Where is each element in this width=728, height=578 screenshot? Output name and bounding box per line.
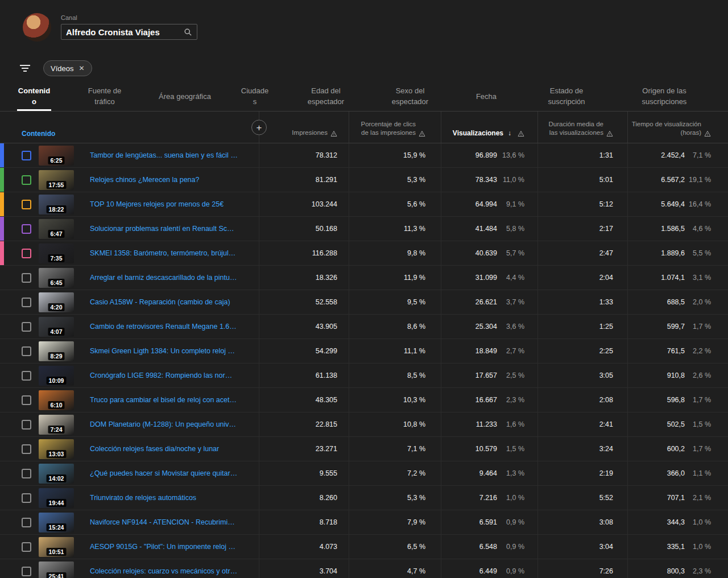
row-checkbox[interactable] [22, 224, 31, 234]
tab-fecha[interactable]: Fecha [466, 82, 506, 111]
ctr-value: 15,9 % [403, 151, 425, 159]
video-title-link[interactable]: Cambio de retrovisores Renault Megane 1.… [90, 323, 238, 331]
tab-estado-de-suscripcion[interactable]: Estado de suscripción [535, 82, 598, 111]
video-title-link[interactable]: Casio A158W - Reparación (cambio de caja… [90, 298, 230, 306]
row-checkbox[interactable] [22, 200, 31, 209]
watch-hours-value: 2.452,4 [661, 151, 685, 159]
avg-view-duration-column-header[interactable]: Duración media de las visualizaciones [537, 112, 627, 143]
series-color-strip [0, 241, 4, 265]
video-title-link[interactable]: Naviforce NF9144 - ATENCION - Recubrimie… [90, 518, 238, 526]
table-row[interactable]: 14:02 ¿Qué puedes hacer si Movistar quie… [0, 461, 728, 486]
tab-edad-del-espectador[interactable]: Edad del espectador [298, 82, 354, 111]
video-thumbnail[interactable]: 4:20 [39, 292, 74, 312]
row-checkbox[interactable] [22, 420, 31, 430]
table-row[interactable]: 6:10 Truco para cambiar el bisel de relo… [0, 388, 728, 412]
videos-filter-chip[interactable]: Vídeos ✕ [43, 60, 92, 76]
video-thumbnail[interactable]: 6:45 [39, 268, 74, 288]
video-title-link[interactable]: Solucionar problemas ralentí en Renault … [90, 225, 238, 233]
video-thumbnail[interactable]: 6:25 [39, 146, 74, 166]
row-checkbox[interactable] [22, 151, 31, 160]
row-checkbox[interactable] [22, 469, 31, 478]
table-row[interactable]: 7:24 DOM Planetario (M-1288): Un pequeño… [0, 412, 728, 437]
table-row[interactable]: 6:47 Solucionar problemas ralentí en Ren… [0, 217, 728, 241]
video-title-link[interactable]: Triunvirato de relojes automáticos [90, 494, 196, 502]
video-thumbnail[interactable]: 15:24 [39, 513, 74, 532]
table-row[interactable]: 8:29 Skmei Green Ligth 1384: Un completo… [0, 339, 728, 364]
row-checkbox[interactable] [22, 298, 31, 307]
tab-contenido[interactable]: Contenido [17, 82, 51, 111]
row-checkbox[interactable] [22, 493, 31, 503]
table-row[interactable]: 6:25 Tambor de lengüetas... suena bien y… [0, 143, 728, 168]
video-title-link[interactable]: TOP 10 Mejores relojes por menos de 25€ [90, 200, 224, 208]
tab-ciudades[interactable]: Ciudades [240, 82, 270, 111]
video-thumbnail[interactable]: 4:07 [39, 317, 74, 337]
video-title-link[interactable]: Colección relojes: cuarzo vs mecánicos y… [90, 567, 238, 575]
row-checkbox[interactable] [22, 249, 31, 258]
row-checkbox[interactable] [22, 395, 31, 405]
tab-sexo-del-espectador[interactable]: Sexo del espectador [382, 82, 438, 111]
table-row[interactable]: 4:20 Casio A158W - Reparación (cambio de… [0, 290, 728, 315]
video-title-link[interactable]: ¿Qué puedes hacer si Movistar quiere qui… [90, 469, 238, 477]
video-thumbnail[interactable]: 18:22 [39, 195, 74, 214]
video-thumbnail[interactable]: 17:55 [39, 170, 74, 190]
table-row[interactable]: 10:09 Cronógrafo LIGE 9982: Rompiendo la… [0, 364, 728, 388]
video-title-link[interactable]: Relojes chinos ¿Merecen la pena? [90, 176, 199, 184]
video-title-link[interactable]: Arreglar el barniz descascarillado de la… [90, 274, 238, 282]
watch-time-column-header[interactable]: Tiempo de visualización (horas) [627, 112, 728, 143]
tab-area-geografica[interactable]: Área geográfica [158, 82, 212, 111]
video-duration-badge: 7:24 [48, 426, 64, 434]
video-thumbnail[interactable]: 7:24 [39, 415, 74, 435]
table-row[interactable]: 19:44 Triunvirato de relojes automáticos… [0, 486, 728, 510]
row-checkbox[interactable] [22, 322, 31, 332]
ctr-column-header[interactable]: Porcentaje de clics de las impresiones [349, 112, 441, 143]
watch-hours-cell: 910,82,6 % [627, 364, 728, 387]
views-column-header[interactable]: Visualizaciones ↓ [441, 112, 537, 143]
video-title-link[interactable]: Truco para cambiar el bisel de reloj con… [90, 396, 238, 404]
video-title-link[interactable]: AESOP 9015G - "Pilot": Un imponente relo… [90, 543, 238, 551]
table-row[interactable]: 18:22 TOP 10 Mejores relojes por menos d… [0, 192, 728, 217]
row-checkbox[interactable] [22, 542, 31, 552]
row-checkbox[interactable] [22, 444, 31, 454]
table-row[interactable]: 17:55 Relojes chinos ¿Merecen la pena? 8… [0, 168, 728, 192]
filter-icon[interactable] [19, 64, 31, 73]
video-thumbnail[interactable]: 6:47 [39, 219, 74, 239]
table-row[interactable]: 4:07 Cambio de retrovisores Renault Mega… [0, 315, 728, 339]
table-row[interactable]: 6:45 Arreglar el barniz descascarillado … [0, 266, 728, 290]
table-row[interactable]: 10:51 AESOP 9015G - "Pilot": Un imponent… [0, 535, 728, 559]
video-thumbnail[interactable]: 13:03 [39, 439, 74, 459]
video-title-link[interactable]: Cronógrafo LIGE 9982: Rompiendo las norm… [90, 371, 238, 379]
tab-fuente-de-trafico[interactable]: Fuente de tráfico [80, 82, 130, 111]
impressions-value: 50.168 [316, 225, 337, 233]
video-title-link[interactable]: Skmei Green Ligth 1384: Un completo relo… [90, 347, 238, 355]
chip-close-icon[interactable]: ✕ [78, 64, 84, 72]
video-thumbnail[interactable]: 10:09 [39, 366, 74, 386]
row-checkbox[interactable] [22, 567, 31, 576]
video-thumbnail[interactable]: 8:29 [39, 341, 74, 361]
impressions-column-header[interactable]: Impresiones [259, 112, 349, 143]
table-row[interactable]: 13:03 Colección relojes fases dia/noche … [0, 437, 728, 461]
video-title-link[interactable]: SKMEI 1358: Barómetro, termómetro, brúju… [90, 249, 238, 257]
video-thumbnail[interactable]: 19:44 [39, 488, 74, 508]
row-checkbox[interactable] [22, 273, 31, 283]
video-thumbnail[interactable]: 7:35 [39, 243, 74, 263]
video-thumbnail[interactable]: 25:41 [39, 562, 74, 578]
tab-origen-de-las-suscripciones[interactable]: Origen de las suscripciones [627, 82, 702, 111]
video-thumbnail[interactable]: 10:51 [39, 537, 74, 557]
video-title-link[interactable]: Tambor de lengüetas... suena bien y es f… [90, 151, 238, 159]
row-checkbox[interactable] [22, 518, 31, 527]
table-row[interactable]: 15:24 Naviforce NF9144 - ATENCION - Recu… [0, 510, 728, 535]
table-row[interactable]: 25:41 Colección relojes: cuarzo vs mecán… [0, 559, 728, 578]
channel-avatar[interactable] [23, 13, 51, 42]
video-thumbnail[interactable]: 14:02 [39, 464, 74, 484]
video-title-link[interactable]: Colección relojes fases dia/noche y luna… [90, 445, 219, 453]
table-header: Contenido Impresiones Porcentaje de clic… [0, 112, 728, 143]
row-checkbox[interactable] [22, 175, 31, 185]
table-row[interactable]: 7:35 SKMEI 1358: Barómetro, termómetro, … [0, 241, 728, 266]
video-thumbnail[interactable]: 6:10 [39, 390, 74, 410]
add-column-button[interactable]: + [251, 119, 267, 135]
row-checkbox[interactable] [22, 371, 31, 381]
channel-search-box[interactable]: Alfredo Cronista Viajes [61, 24, 197, 40]
impressions-cell: 116.288 [259, 241, 349, 265]
row-checkbox[interactable] [22, 346, 31, 356]
video-title-link[interactable]: DOM Planetario (M-1288): Un pequeño univ… [90, 420, 238, 428]
